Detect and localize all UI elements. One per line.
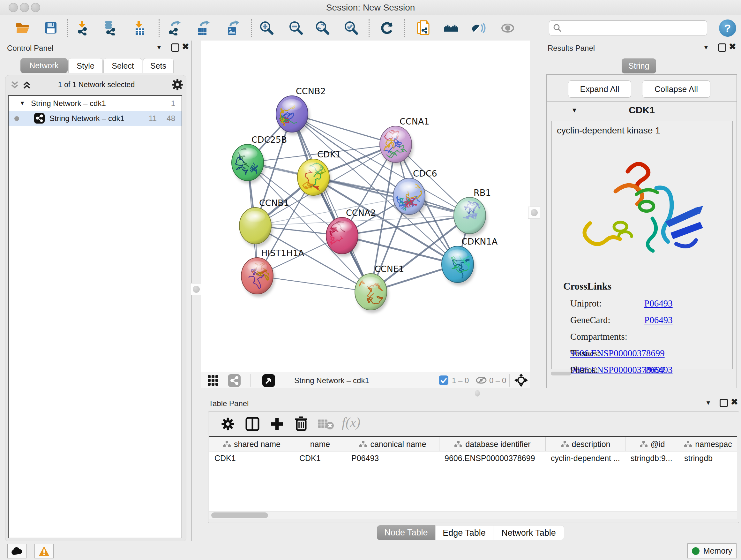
panel-menu-icon[interactable]: ▼ (156, 44, 162, 51)
left-splitter-handle[interactable] (190, 283, 202, 295)
panel-close-icon[interactable]: ✖ (731, 399, 738, 405)
panel-float-icon[interactable] (171, 44, 179, 52)
column-header--id[interactable]: @id (625, 437, 679, 451)
table-hscrollbar-thumb[interactable] (211, 512, 268, 518)
table-cell[interactable]: CDK1 (209, 451, 294, 465)
collapse-all-icon[interactable] (10, 80, 19, 91)
node-CCNB2[interactable]: CCNB2 (276, 86, 326, 135)
results-hscrollbar[interactable] (551, 372, 571, 375)
table-header-row[interactable]: shared namenamecanonical namedatabase id… (209, 437, 737, 451)
column-header-database-identifier[interactable]: database identifier (440, 437, 546, 451)
grid-view-icon[interactable] (207, 375, 219, 388)
first-neighbors-icon[interactable] (416, 20, 431, 36)
node-CDKN1A[interactable]: CDKN1A (442, 237, 498, 286)
birds-eye-view-icon[interactable] (262, 374, 275, 388)
panel-menu-icon[interactable]: ▼ (705, 399, 711, 407)
column-header-description[interactable]: description (546, 437, 625, 451)
search-input[interactable] (549, 20, 707, 36)
network-view-canvas[interactable]: CCNB2CCNA1CDC25BCDK1CDC6RB1CCNB1CCNA2CDK… (201, 41, 530, 372)
horizontal-splitter-handle[interactable] (475, 390, 480, 396)
tab-network-table[interactable]: Network Table (493, 525, 564, 540)
right-splitter[interactable] (530, 41, 544, 396)
fit-content-crosshair-icon[interactable] (515, 374, 528, 388)
network-row-selected[interactable]: String Network – cdk1 11 48 (9, 111, 182, 126)
column-header-shared-name[interactable]: shared name (209, 437, 294, 451)
node-CDC25B[interactable]: CDC25B (232, 135, 287, 184)
node-CCNE1[interactable]: CCNE1 (355, 264, 404, 313)
import-network-database-icon[interactable] (102, 20, 118, 36)
column-header-namespac[interactable]: namespac (679, 437, 737, 451)
panel-close-icon[interactable]: ✖ (182, 44, 189, 50)
show-columns-icon[interactable] (245, 417, 260, 433)
column-header-label: @id (651, 440, 665, 449)
results-panel-title: Results Panel (548, 44, 595, 53)
table-options-gear-icon[interactable] (221, 417, 234, 432)
zoom-fit-icon[interactable] (315, 20, 330, 36)
edge-CCNB2-CCNE1[interactable] (292, 114, 371, 292)
table-cell[interactable]: stringdb (679, 451, 737, 465)
tab-style[interactable]: Style (68, 58, 103, 73)
expand-all-icon[interactable] (22, 80, 31, 91)
tab-network[interactable]: Network (20, 58, 68, 73)
crosslink-link[interactable]: P06493 (644, 315, 673, 325)
selected-checkbox-icon[interactable] (439, 375, 448, 386)
network-options-gear-icon[interactable] (172, 78, 184, 92)
hidden-eye-icon[interactable] (475, 376, 487, 386)
crosslink-row: GeneCard:P06493 (570, 312, 727, 328)
crosslink-link[interactable]: P06493 (644, 298, 673, 308)
collection-expand-icon[interactable]: ▼ (19, 96, 25, 111)
table-cell[interactable]: stringdb:9... (625, 451, 679, 465)
tab-sets[interactable]: Sets (143, 58, 174, 73)
column-header-name[interactable]: name (294, 437, 346, 451)
tab-string[interactable]: String (622, 58, 656, 73)
zoom-in-icon[interactable] (259, 20, 274, 36)
import-table-icon[interactable] (132, 20, 147, 36)
table-row[interactable]: CDK1CDK1P064939606.ENSP00000378699cyclin… (209, 451, 737, 465)
zoom-out-icon[interactable] (288, 20, 304, 36)
cloud-button[interactable] (7, 544, 26, 558)
tab-select[interactable]: Select (104, 58, 142, 73)
left-splitter[interactable] (191, 41, 202, 541)
expand-all-button[interactable]: Expand All (568, 80, 631, 98)
export-table-icon[interactable] (196, 20, 211, 36)
tab-edge-table[interactable]: Edge Table (435, 525, 493, 540)
node-RB1[interactable]: RB1 (454, 188, 491, 237)
import-network-file-icon[interactable] (75, 20, 90, 36)
panel-float-icon[interactable] (720, 399, 728, 407)
string-home-icon[interactable] (443, 20, 459, 36)
column-header-canonical-name[interactable]: canonical name (346, 437, 440, 451)
panel-menu-icon[interactable]: ▼ (703, 44, 709, 51)
node-HIST1H1A[interactable]: HIST1H1A (241, 248, 305, 297)
crosslink-link[interactable]: P06493 (644, 365, 673, 375)
table-cell[interactable]: P06493 (346, 451, 440, 465)
enable-disable-glass-ball-icon[interactable] (470, 20, 486, 36)
tab-node-table[interactable]: Node Table (377, 525, 435, 540)
refresh-view-icon[interactable] (380, 20, 395, 36)
save-session-icon[interactable] (43, 20, 58, 36)
panel-close-icon[interactable]: ✖ (729, 44, 736, 50)
zoom-selected-icon[interactable] (343, 20, 359, 36)
memory-button[interactable]: Memory (687, 543, 737, 558)
hidden-counter: 0 – 0 (489, 376, 506, 385)
horizontal-splitter[interactable] (201, 388, 741, 398)
node-CCNB1[interactable]: CCNB1 (239, 198, 289, 247)
table-cell[interactable]: 9606.ENSP00000378699 (440, 451, 546, 465)
help-button[interactable]: ? (719, 19, 736, 37)
add-column-icon[interactable] (270, 417, 284, 433)
table-cell[interactable]: CDK1 (294, 451, 346, 465)
open-session-icon[interactable] (15, 20, 30, 36)
node-table[interactable]: shared namenamecanonical namedatabase id… (209, 436, 737, 511)
panel-float-icon[interactable] (718, 44, 726, 52)
table-cell[interactable]: cyclin-dependent ... (546, 451, 625, 465)
delete-column-icon[interactable] (294, 416, 309, 433)
string-network-graph[interactable]: CCNB2CCNA1CDC25BCDK1CDC6RB1CCNB1CCNA2CDK… (201, 41, 530, 372)
export-network-icon[interactable] (167, 20, 183, 36)
export-image-icon[interactable] (225, 20, 241, 36)
network-collection-row[interactable]: ▼ String Network – cdk1 1 (9, 96, 182, 111)
node-CCNA1[interactable]: CCNA1 (380, 117, 429, 165)
table-hscrollbar-track[interactable] (209, 511, 737, 519)
right-splitter-handle[interactable] (528, 206, 540, 219)
warning-button[interactable] (35, 544, 54, 558)
collapse-all-button[interactable]: Collapse All (642, 80, 711, 98)
node-entry-header[interactable]: ▼ CDK1 (547, 101, 737, 121)
